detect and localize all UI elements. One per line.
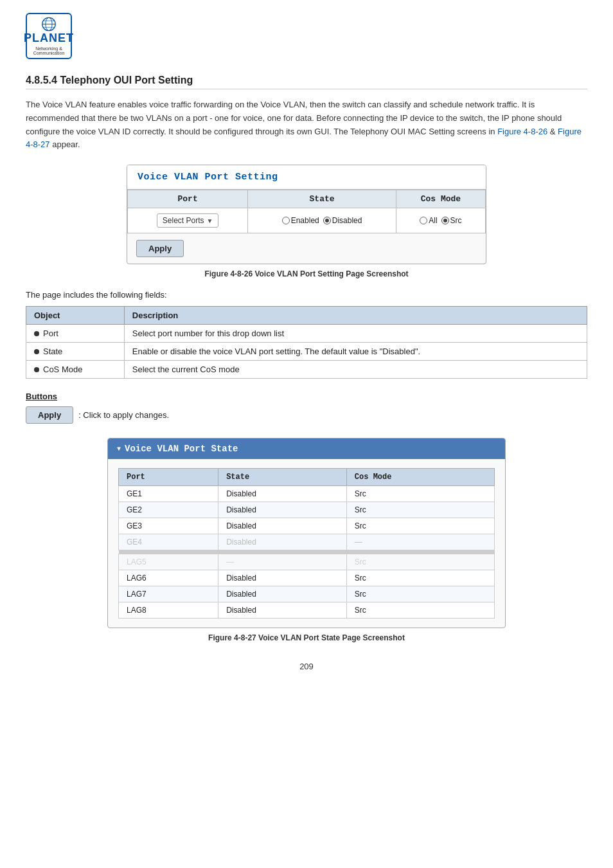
cos-cell: Src	[346, 602, 494, 619]
radio-enabled-circle	[282, 217, 290, 224]
col-state-header: State	[248, 190, 396, 208]
cos-cell: Src	[346, 502, 494, 518]
port-cell: LAG8	[119, 602, 218, 619]
state-cell: Disabled	[218, 586, 347, 602]
desc-table-row: PortSelect port number for this drop dow…	[26, 325, 587, 343]
cos-src-option[interactable]: Src	[441, 216, 462, 225]
apply-button-2[interactable]: Apply	[26, 406, 73, 424]
vlan-setting-box: Voice VLAN Port Setting Port State Cos M…	[127, 165, 486, 264]
cos-src-label: Src	[450, 216, 462, 225]
apply-button[interactable]: Apply	[136, 240, 184, 257]
figure-1-caption: Figure 4-8-26 Voice VLAN Port Setting Pa…	[26, 269, 587, 278]
apply-button-desc: : Click to apply changes.	[78, 410, 169, 420]
port-cell: GE2	[119, 502, 218, 518]
vlan-state-title: ▼ Voice VLAN Port State	[108, 439, 505, 459]
planet-logo-icon	[37, 17, 60, 32]
cos-cell: Src	[346, 554, 494, 570]
radio-disabled-circle	[323, 217, 331, 224]
vlan-setting-table: Port State Cos Mode Select Ports ▼	[127, 190, 486, 233]
desc-table-row: StateEnable or disable the voice VLAN po…	[26, 343, 587, 361]
buttons-section: Buttons Apply : Click to apply changes.	[26, 392, 587, 424]
cos-cell: Src	[346, 586, 494, 602]
select-ports-cell: Select Ports ▼	[128, 208, 248, 233]
state-enabled-label: Enabled	[291, 216, 319, 225]
port-cell: LAG7	[119, 586, 218, 602]
figure-2-caption: Figure 4-8-27 Voice VLAN Port State Page…	[26, 633, 587, 642]
cos-cell: Src	[346, 518, 494, 534]
logo-subtitle: Networking & Communication	[30, 46, 68, 55]
cos-all-option[interactable]: All	[420, 216, 437, 225]
cos-cell: —	[346, 534, 494, 550]
collapse-icon[interactable]: ▼	[117, 446, 121, 453]
apply-row: Apply	[127, 233, 486, 264]
state-radio-group: Enabled Disabled	[256, 216, 388, 225]
state-disabled-option[interactable]: Disabled	[323, 216, 362, 225]
desc-col-object: Object	[26, 307, 125, 325]
port-cell: LAG5	[119, 554, 218, 570]
buttons-desc: Apply : Click to apply changes.	[26, 406, 587, 424]
page-number: 209	[26, 662, 587, 671]
table-row: LAG6 Disabled Src	[119, 570, 495, 586]
state-cell: Disabled	[218, 518, 347, 534]
desc-object-cell: Port	[26, 325, 125, 343]
state-cell: Disabled	[218, 602, 347, 619]
state-disabled-label: Disabled	[332, 216, 362, 225]
dropdown-arrow-icon: ▼	[207, 217, 213, 224]
table-row: GE2 Disabled Src	[119, 502, 495, 518]
fields-intro: The page includes the following fields:	[26, 290, 587, 300]
page-header: PLANET Networking & Communication	[26, 13, 587, 59]
port-cell: GE3	[119, 518, 218, 534]
cos-cell: Src	[346, 570, 494, 586]
table-row: LAG5 — Src	[119, 554, 495, 570]
state-cell: Disabled	[218, 570, 347, 586]
table-row: GE3 Disabled Src	[119, 518, 495, 534]
description-table: Object Description PortSelect port numbe…	[26, 306, 587, 379]
vlan-state-title-text: Voice VLAN Port State	[125, 444, 238, 454]
port-cell: GE1	[119, 486, 218, 502]
port-cell: GE4	[119, 534, 218, 550]
table-row: GE1 Disabled Src	[119, 486, 495, 502]
cos-all-label: All	[429, 216, 437, 225]
state-cell: Disabled	[218, 486, 347, 502]
logo-box: PLANET Networking & Communication	[26, 13, 72, 59]
state-cell: Disabled	[218, 502, 347, 518]
cos-radio-group: All Src	[404, 216, 477, 225]
col-port-header: Port	[128, 190, 248, 208]
logo-text: PLANET	[24, 32, 74, 45]
desc-object-cell: State	[26, 343, 125, 361]
buttons-heading: Buttons	[26, 392, 587, 401]
cos-cell: All Src	[396, 208, 485, 233]
section-title: 4.8.5.4 Telephony OUI Port Setting	[26, 75, 587, 89]
select-ports-label: Select Ports	[163, 216, 204, 225]
desc-object-cell: CoS Mode	[26, 361, 125, 379]
select-ports-button[interactable]: Select Ports ▼	[157, 213, 219, 228]
state-col-cos: Cos Mode	[346, 469, 494, 486]
desc-table-row: CoS ModeSelect the current CoS mode	[26, 361, 587, 379]
table-row: LAG8 Disabled Src	[119, 602, 495, 619]
state-cell: —	[218, 554, 347, 570]
cos-cell: Src	[346, 486, 494, 502]
state-col-state: State	[218, 469, 347, 486]
radio-src-circle	[441, 217, 449, 224]
vlan-state-inner: Port State Cos Mode GE1 Disabled Src GE2…	[108, 459, 505, 628]
col-cos-header: Cos Mode	[396, 190, 485, 208]
vlan-setting-title: Voice VLAN Port Setting	[127, 165, 486, 190]
state-cell: Enabled Disabled	[248, 208, 396, 233]
radio-all-circle	[420, 217, 427, 224]
intro-paragraph: The Voice VLAN feature enables voice tra…	[26, 98, 587, 152]
vlan-state-box: ▼ Voice VLAN Port State Port State Cos M…	[107, 438, 506, 628]
desc-description-cell: Enable or disable the voice VLAN port se…	[124, 343, 587, 361]
table-row-truncated: GE4 Disabled —	[119, 534, 495, 550]
state-enabled-option[interactable]: Enabled	[282, 216, 319, 225]
desc-col-description: Description	[124, 307, 587, 325]
state-table: Port State Cos Mode GE1 Disabled Src GE2…	[118, 468, 495, 619]
table-row: LAG7 Disabled Src	[119, 586, 495, 602]
desc-description-cell: Select port number for this drop down li…	[124, 325, 587, 343]
state-col-port: Port	[119, 469, 218, 486]
state-cell: Disabled	[218, 534, 347, 550]
figure-link-1[interactable]: Figure 4-8-26	[497, 127, 547, 136]
desc-description-cell: Select the current CoS mode	[124, 361, 587, 379]
port-cell: LAG6	[119, 570, 218, 586]
